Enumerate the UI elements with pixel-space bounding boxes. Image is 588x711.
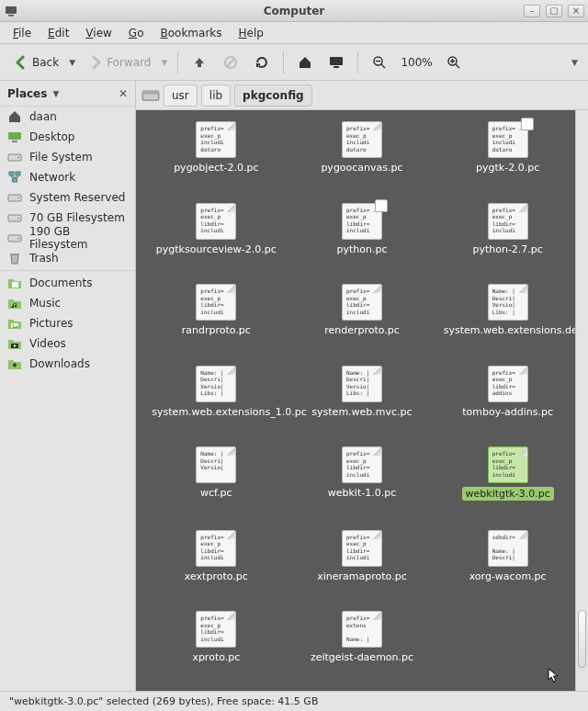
- file-item[interactable]: prefix=exec_plibdir=includirenderproto.p…: [289, 284, 435, 353]
- file-item[interactable]: prefix=exec_plibdir=addinstomboy-addins.…: [435, 366, 581, 434]
- scrollbar-thumb[interactable]: [578, 610, 586, 668]
- file-item[interactable]: prefix=exec_plibdir=includixproto.pc: [143, 611, 289, 680]
- reload-button[interactable]: [248, 50, 276, 75]
- menu-help[interactable]: Help: [232, 25, 271, 41]
- place-desktop[interactable]: Desktop: [0, 127, 135, 147]
- sidebar-mode-dropdown[interactable]: ▼: [52, 89, 59, 98]
- sidebar-close-icon[interactable]: ✕: [119, 87, 128, 100]
- file-item[interactable]: prefix=exec_plibdir=includixextproto.pc: [143, 530, 289, 599]
- file-item[interactable]: sdkdir=Name: |Descri|xorg-wacom.pc: [435, 530, 581, 599]
- file-item[interactable]: Name: |Descri|Versio|Libs: |system.web.m…: [289, 366, 435, 434]
- file-thumbnail: Name: |Descri|Versio|Libs: |: [196, 366, 236, 402]
- trash-icon: [7, 251, 22, 265]
- pathbar: usrlibpkgconfig: [136, 81, 588, 110]
- file-item[interactable]: prefix=exec_plibdir=includipygtksourcevi…: [143, 203, 289, 272]
- up-button[interactable]: [186, 50, 213, 75]
- file-label: system.web.extensions.design_1.0.pc: [444, 324, 572, 336]
- svg-rect-18: [16, 172, 20, 175]
- drive-icon: [7, 150, 22, 164]
- computer-icon: [329, 55, 344, 70]
- place-music[interactable]: Music: [0, 293, 135, 313]
- place-label: Downloads: [29, 357, 90, 370]
- app-icon: [4, 4, 18, 18]
- file-item[interactable]: prefix=exec_plibdir=includiwebkitgtk-3.0…: [435, 446, 581, 517]
- svg-point-25: [17, 238, 19, 240]
- file-label: zeitgeist-daemon.pc: [311, 651, 413, 663]
- file-item[interactable]: Name: |Descri|Versio|Libs: |system.web.e…: [143, 366, 289, 434]
- path-root-icon[interactable]: [141, 86, 160, 105]
- menubar: FileEditViewGoBookmarksHelp: [0, 22, 588, 44]
- menu-bookmarks[interactable]: Bookmarks: [153, 25, 229, 41]
- file-item[interactable]: prefix=exec_pincludidataropygoocanvas.pc: [289, 121, 435, 190]
- svg-point-21: [17, 198, 19, 199]
- computer-button[interactable]: [322, 50, 350, 75]
- menu-file[interactable]: File: [6, 25, 39, 41]
- file-item[interactable]: prefix=exec_plibdir=includipython-2.7.pc: [435, 203, 581, 272]
- minimize-button[interactable]: –: [524, 5, 540, 17]
- back-arrow-icon: [14, 55, 28, 70]
- svg-rect-27: [12, 282, 18, 288]
- menu-edit[interactable]: Edit: [40, 25, 76, 41]
- drive-icon: [7, 210, 22, 225]
- svg-point-29: [12, 324, 14, 326]
- home-icon: [7, 109, 22, 124]
- place-file-system[interactable]: File System: [0, 147, 135, 167]
- file-label: python-2.7.pc: [472, 243, 542, 255]
- file-item[interactable]: prefix=exec_plibdir=includirandrproto.pc: [143, 284, 289, 353]
- path-segment-pkgconfig[interactable]: pkgconfig: [234, 85, 312, 107]
- maximize-button[interactable]: ▢: [546, 5, 562, 17]
- stop-button: [217, 50, 244, 75]
- file-thumbnail: prefix=exec_pincludidataro: [196, 121, 236, 158]
- place-videos[interactable]: Videos: [0, 333, 135, 354]
- close-button[interactable]: ×: [568, 5, 584, 17]
- place-network[interactable]: Network: [0, 167, 135, 187]
- place-190-gb-filesystem[interactable]: 190 GB Filesystem: [0, 228, 135, 248]
- zoom-in-button[interactable]: [440, 50, 468, 75]
- place-system-reserved[interactable]: System Reserved: [0, 187, 135, 208]
- back-button[interactable]: Back: [7, 50, 65, 75]
- path-segment-usr[interactable]: usr: [164, 85, 198, 107]
- place-trash[interactable]: Trash: [0, 248, 135, 268]
- file-item[interactable]: prefix=exec_pincludidataropygobject-2.0.…: [143, 121, 289, 190]
- toolbar-overflow-dropdown[interactable]: ▼: [571, 58, 581, 67]
- place-documents[interactable]: Documents: [0, 273, 135, 293]
- file-label: pygtksourceview-2.0.pc: [156, 243, 277, 255]
- file-thumbnail: prefix=exec_plibdir=includi: [488, 446, 528, 483]
- svg-rect-14: [12, 141, 17, 142]
- file-thumbnail: prefix=exec_plibdir=addins: [488, 366, 528, 402]
- folder-pictures-icon: [7, 316, 22, 331]
- sidebar-title: Places: [7, 87, 47, 100]
- reload-icon: [254, 55, 269, 70]
- place-downloads[interactable]: Downloads: [0, 354, 135, 374]
- file-thumbnail: Name: |Descri|Versio|Libs: |: [342, 366, 382, 402]
- menu-go[interactable]: Go: [121, 25, 152, 41]
- file-item[interactable]: prefix=extensName: |zeitgeist-daemon.pc: [289, 611, 435, 680]
- file-label: xproto.pc: [192, 651, 240, 663]
- file-item[interactable]: prefix=exec_plibdir=includixineramaproto…: [289, 530, 435, 599]
- file-thumbnail: Name: |Descri|Versio|Libs: |: [488, 284, 528, 321]
- path-segment-lib[interactable]: lib: [201, 85, 231, 107]
- place-label: System Reserved: [29, 191, 125, 204]
- file-label: tomboy-addins.pc: [462, 406, 553, 418]
- file-grid[interactable]: prefix=exec_pincludidataropygobject-2.0.…: [136, 110, 588, 691]
- file-item[interactable]: prefix=exec_plibdir=includi↩python.pc: [289, 203, 435, 272]
- back-history-dropdown[interactable]: ▼: [69, 58, 78, 67]
- zoom-out-button[interactable]: [366, 50, 393, 75]
- toolbar-separator: [177, 51, 178, 73]
- place-daan[interactable]: daan: [0, 107, 135, 127]
- home-button[interactable]: [291, 50, 319, 75]
- scrollbar[interactable]: [575, 110, 588, 691]
- file-item[interactable]: Name: |Descri|Versio|wcf.pc: [143, 446, 289, 517]
- svg-rect-0: [6, 6, 17, 14]
- file-item[interactable]: prefix=exec_plibdir=includiwebkit-1.0.pc: [289, 446, 435, 517]
- folder-videos-icon: [7, 336, 22, 351]
- zoom-level: 100%: [397, 56, 435, 69]
- zoom-out-icon: [372, 55, 387, 70]
- toolbar: Back ▼ Forward ▼ 100% ▼: [0, 44, 588, 81]
- place-pictures[interactable]: Pictures: [0, 313, 135, 333]
- file-item[interactable]: prefix=exec_pincludidataro↩pygtk-2.0.pc: [435, 121, 581, 190]
- menu-view[interactable]: View: [78, 25, 119, 41]
- toolbar-separator: [283, 51, 284, 73]
- file-item[interactable]: Name: |Descri|Versio|Libs: |system.web.e…: [435, 284, 581, 353]
- place-label: File System: [29, 151, 93, 164]
